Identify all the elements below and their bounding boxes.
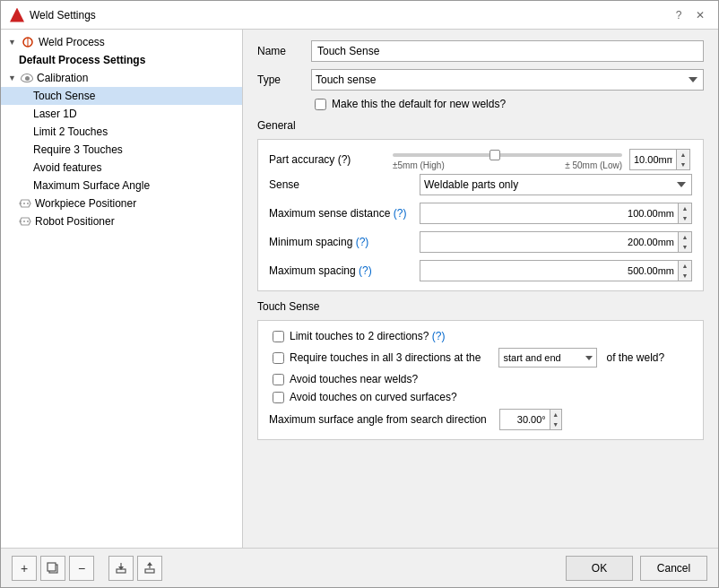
weld-settings-window: Weld Settings ? ✕ ▼ Weld Process Default… <box>0 0 719 588</box>
sidebar-item-max-surface-angle[interactable]: Maximum Surface Angle <box>1 177 242 195</box>
copy-button[interactable] <box>40 556 65 581</box>
sidebar-item-label: Default Process Settings <box>19 54 145 66</box>
spinbox-down-btn-3[interactable]: ▼ <box>679 242 691 252</box>
spinbox-buttons-4: ▲ ▼ <box>678 260 692 281</box>
help-button[interactable]: ? <box>670 6 688 24</box>
spinbox-down-btn-5[interactable]: ▼ <box>550 419 561 429</box>
default-checkbox-row: Make this the default for new welds? <box>311 98 704 110</box>
sense-label: Sense <box>269 178 412 191</box>
slider-high-label: ±5mm (High) <box>393 160 445 170</box>
min-spacing-row: Minimum spacing (?) ▲ ▼ <box>269 231 692 253</box>
sidebar-item-laser-1d[interactable]: Laser 1D <box>1 105 242 123</box>
delete-button[interactable]: − <box>69 556 94 581</box>
sense-row: Sense Weldable parts only All parts <box>269 174 692 195</box>
max-spacing-label: Maximum spacing (?) <box>269 264 412 277</box>
part-accuracy-label-text: Part accuracy (?) <box>269 153 351 166</box>
max-sense-value[interactable] <box>420 203 678 224</box>
import-button[interactable] <box>108 556 134 581</box>
part-accuracy-value[interactable] <box>629 149 676 170</box>
spinbox-up-btn-4[interactable]: ▲ <box>679 261 691 271</box>
max-spacing-question[interactable]: (?) <box>359 264 372 277</box>
cancel-button[interactable]: Cancel <box>640 556 707 581</box>
touch-sense-section-box: Limit touches to 2 directions? (?) Requi… <box>257 320 704 440</box>
name-label: Name <box>257 45 311 57</box>
avoid-curved-checkbox[interactable] <box>273 392 284 403</box>
export-button[interactable] <box>137 556 162 581</box>
max-spacing-value[interactable] <box>420 260 678 281</box>
general-section-title: General <box>257 119 704 132</box>
app-icon <box>10 8 24 22</box>
require-touches-suffix: of the weld? <box>606 351 664 364</box>
copy-icon <box>47 562 59 575</box>
close-button[interactable]: ✕ <box>691 6 709 24</box>
spinbox-down-btn-2[interactable]: ▼ <box>679 213 691 223</box>
limit-touches-question[interactable]: (?) <box>432 330 446 342</box>
max-angle-spinbox: ▲ ▼ <box>499 409 562 430</box>
require-touches-row: Require touches in all 3 directions at t… <box>269 348 692 368</box>
title-bar-buttons: ? ✕ <box>670 6 709 24</box>
part-accuracy-spinbox: ▲ ▼ <box>629 149 692 170</box>
robot-icon <box>19 216 31 227</box>
slider-low-label: ± 50mm (Low) <box>565 160 622 170</box>
max-angle-label: Maximum surface angle from search direct… <box>269 413 487 426</box>
svg-marker-13 <box>147 562 152 566</box>
sidebar-item-require-3-touches[interactable]: Require 3 Touches <box>1 141 242 159</box>
sidebar-item-robot-positioner[interactable]: Robot Positioner <box>1 212 242 230</box>
max-sense-distance-label: Maximum sense distance (?) <box>269 207 412 220</box>
max-sense-question[interactable]: (?) <box>394 207 407 220</box>
avoid-near-welds-checkbox[interactable] <box>273 374 284 385</box>
name-row: Name <box>257 40 704 62</box>
add-button[interactable]: + <box>12 556 37 581</box>
type-select[interactable]: Touch sense Laser 1D <box>311 69 704 91</box>
sidebar-item-limit-2-touches[interactable]: Limit 2 Touches <box>1 123 242 141</box>
min-spacing-question[interactable]: (?) <box>356 236 369 248</box>
spinbox-buttons-3: ▲ ▼ <box>678 231 692 253</box>
limit-touches-checkbox[interactable] <box>273 331 284 342</box>
sidebar-item-touch-sense[interactable]: Touch Sense <box>1 87 242 105</box>
part-accuracy-row: Part accuracy (?) ±5mm (High) ± 50mm (Lo… <box>269 149 692 170</box>
sidebar-item-label: Workpiece Positioner <box>35 197 136 210</box>
footer: + − <box>1 548 718 587</box>
type-label: Type <box>257 74 311 86</box>
spinbox-up-btn[interactable]: ▲ <box>677 150 689 160</box>
max-angle-row: Maximum surface angle from search direct… <box>269 409 692 430</box>
import-icon <box>115 562 127 575</box>
slider-container: ±5mm (High) ± 50mm (Low) <box>393 150 622 170</box>
max-angle-value[interactable] <box>499 409 550 430</box>
avoid-near-welds-label: Avoid touches near welds? <box>290 373 418 385</box>
sidebar-item-weld-process[interactable]: ▼ Weld Process <box>1 33 242 51</box>
export-icon <box>143 562 156 575</box>
sidebar-item-default-process-settings[interactable]: Default Process Settings <box>1 51 242 69</box>
min-spacing-value[interactable] <box>420 231 678 253</box>
positioner-icon <box>19 198 31 209</box>
spinbox-up-btn-2[interactable]: ▲ <box>679 203 691 213</box>
min-spacing-spinbox: ▲ ▼ <box>420 231 692 253</box>
max-sense-distance-row: Maximum sense distance (?) ▲ ▼ <box>269 203 692 224</box>
slider-thumb[interactable] <box>489 150 500 160</box>
sidebar-item-calibration[interactable]: ▼ Calibration <box>1 69 242 87</box>
spinbox-up-btn-3[interactable]: ▲ <box>679 232 691 242</box>
expand-icon: ▼ <box>8 38 17 47</box>
sense-select[interactable]: Weldable parts only All parts <box>420 174 692 195</box>
add-icon: + <box>21 561 28 575</box>
require-touches-checkbox[interactable] <box>273 352 284 364</box>
limit-touches-row: Limit touches to 2 directions? (?) <box>269 330 692 342</box>
require-touches-select[interactable]: start and end start end <box>498 348 597 368</box>
spinbox-down-btn[interactable]: ▼ <box>677 160 689 169</box>
spinbox-down-btn-4[interactable]: ▼ <box>679 271 691 281</box>
ok-button[interactable]: OK <box>566 556 633 581</box>
type-row: Type Touch sense Laser 1D <box>257 69 704 91</box>
sidebar-item-label: Avoid features <box>33 161 102 174</box>
sidebar-item-label: Require 3 Touches <box>33 143 123 156</box>
expand-icon: ▼ <box>8 74 17 82</box>
max-spacing-spinbox: ▲ ▼ <box>420 260 692 281</box>
slider-track <box>393 153 622 157</box>
sidebar-item-workpiece-positioner[interactable]: Workpiece Positioner <box>1 195 242 212</box>
window-title: Weld Settings <box>30 9 96 22</box>
default-checkbox-label: Make this the default for new welds? <box>332 98 506 110</box>
default-checkbox[interactable] <box>315 99 326 110</box>
max-spacing-row: Maximum spacing (?) ▲ ▼ <box>269 260 692 281</box>
spinbox-up-btn-5[interactable]: ▲ <box>550 410 561 419</box>
sidebar-item-avoid-features[interactable]: Avoid features <box>1 159 242 177</box>
name-input[interactable] <box>311 40 704 62</box>
